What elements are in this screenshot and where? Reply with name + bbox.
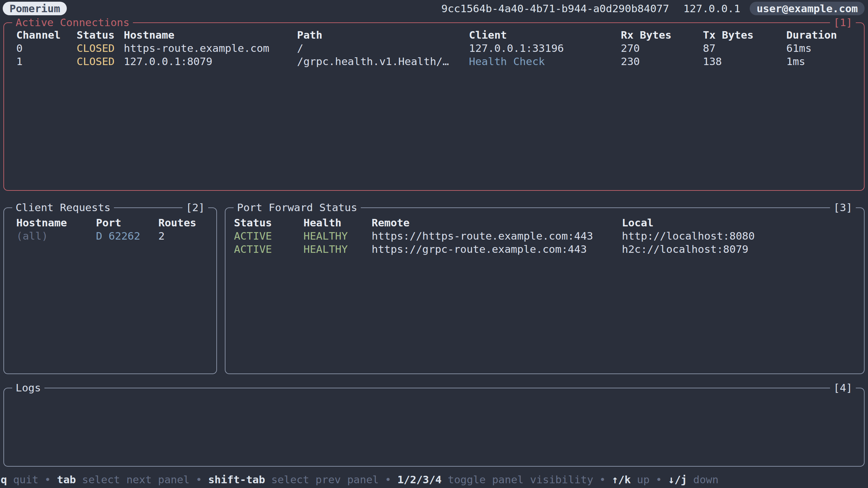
- cell-routes: 2: [158, 229, 165, 243]
- cell-tx-bytes: 138: [703, 55, 722, 68]
- connection-row[interactable]: 0 CLOSED https-route.example.com / 127.0…: [4, 42, 864, 55]
- bullet-separator: •: [656, 473, 662, 486]
- shortcut-key: tab: [57, 473, 76, 486]
- col-routes: Routes: [158, 216, 196, 229]
- request-row[interactable]: (all) D 62262 2: [4, 229, 216, 243]
- panel-hotkey-label: [4]: [830, 381, 856, 394]
- panel-hotkey-label: [1]: [830, 16, 856, 29]
- shortcut-desc: quit: [13, 473, 39, 486]
- col-status: Status: [77, 28, 115, 42]
- panel-logs[interactable]: Logs [4]: [3, 388, 865, 467]
- col-channel: Channel: [16, 28, 61, 42]
- cell-rx-bytes: 230: [621, 55, 640, 68]
- panel-hotkey-label: [3]: [830, 201, 856, 214]
- forward-row[interactable]: ACTIVE HEALTHY https://https-route.examp…: [225, 229, 864, 243]
- cell-status: CLOSED: [77, 42, 115, 55]
- forward-row[interactable]: ACTIVE HEALTHY https://grpc-route.exampl…: [225, 243, 864, 256]
- cell-status: ACTIVE: [234, 243, 272, 256]
- cell-client: Health Check: [469, 55, 545, 68]
- panel-title: Logs: [12, 381, 44, 394]
- forwards-header-row: Status Health Remote Local: [225, 216, 864, 229]
- cell-remote: https://grpc-route.example.com:443: [372, 243, 587, 256]
- panel-title: Port Forward Status: [234, 201, 361, 214]
- connections-header-row: Channel Status Hostname Path Client Rx B…: [4, 28, 864, 42]
- top-bar: Pomerium 9cc1564b-4a40-4b71-b944-a0d290b…: [0, 0, 868, 18]
- user-badge: user@example.com: [750, 2, 865, 15]
- top-bar-right: 9cc1564b-4a40-4b71-b944-a0d290b84077 127…: [441, 2, 865, 15]
- cell-status: ACTIVE: [234, 229, 272, 243]
- cell-hostname: (all): [16, 229, 48, 243]
- connection-row[interactable]: 1 CLOSED 127.0.0.1:8079 /grpc.health.v1.…: [4, 55, 864, 68]
- panel-title: Client Requests: [12, 201, 114, 214]
- panel-title: Active Connections: [12, 16, 133, 29]
- cell-port: D 62262: [96, 229, 140, 243]
- bullet-separator: •: [196, 473, 202, 486]
- bullet-separator: •: [385, 473, 391, 486]
- col-hostname: Hostname: [124, 28, 174, 42]
- col-hostname: Hostname: [16, 216, 67, 229]
- shortcut-desc: select next panel: [82, 473, 190, 486]
- col-status: Status: [234, 216, 272, 229]
- shortcut-key: ↓/j: [668, 473, 687, 486]
- col-remote: Remote: [372, 216, 410, 229]
- panel-port-forward-status[interactable]: Port Forward Status [3] Status Health Re…: [225, 207, 865, 374]
- col-health: Health: [303, 216, 341, 229]
- cell-health: HEALTHY: [303, 243, 348, 256]
- col-rx-bytes: Rx Bytes: [621, 28, 671, 42]
- bullet-separator: •: [44, 473, 51, 486]
- cell-client: 127.0.0.1:33196: [469, 42, 564, 55]
- cell-duration: 1ms: [786, 55, 805, 68]
- cell-local: h2c://localhost:8079: [622, 243, 748, 256]
- shortcut-key: q: [1, 473, 7, 486]
- cell-path: /grpc.health.v1.Health/…: [297, 55, 449, 68]
- cell-rx-bytes: 270: [621, 42, 640, 55]
- panel-hotkey-label: [2]: [182, 201, 208, 214]
- shortcut-key: shift-tab: [208, 473, 265, 486]
- shortcut-key: ↑/k: [612, 473, 631, 486]
- panel-active-connections[interactable]: Active Connections [1] Channel Status Ho…: [3, 22, 865, 191]
- cell-path: /: [297, 42, 303, 55]
- app-badge: Pomerium: [3, 2, 67, 15]
- session-id: 9cc1564b-4a40-4b71-b944-a0d290b84077: [441, 2, 669, 15]
- cell-health: HEALTHY: [303, 229, 348, 243]
- requests-header-row: Hostname Port Routes: [4, 216, 216, 229]
- shortcut-desc: select prev panel: [271, 473, 379, 486]
- shortcut-desc: toggle panel visibility: [448, 473, 593, 486]
- shortcut-key: 1/2/3/4: [397, 473, 442, 486]
- cell-duration: 61ms: [786, 42, 812, 55]
- col-duration: Duration: [786, 28, 837, 42]
- terminal-screen: Pomerium 9cc1564b-4a40-4b71-b944-a0d290b…: [0, 0, 868, 488]
- cell-remote: https://https-route.example.com:443: [372, 229, 593, 243]
- shortcut-bar: qquit • tabselect next panel • shift-tab…: [1, 472, 867, 487]
- col-local: Local: [622, 216, 653, 229]
- bullet-separator: •: [599, 473, 606, 486]
- cell-local: http://localhost:8080: [622, 229, 755, 243]
- cell-hostname: 127.0.0.1:8079: [124, 55, 212, 68]
- cell-status: CLOSED: [77, 55, 115, 68]
- cell-channel: 0: [16, 42, 23, 55]
- col-path: Path: [297, 28, 322, 42]
- col-port: Port: [96, 216, 121, 229]
- shortcut-desc: down: [693, 473, 718, 486]
- cell-channel: 1: [16, 55, 23, 68]
- panel-client-requests[interactable]: Client Requests [2] Hostname Port Routes…: [3, 207, 217, 374]
- host-address: 127.0.0.1: [683, 2, 740, 15]
- cell-hostname: https-route.example.com: [124, 42, 269, 55]
- col-client: Client: [469, 28, 507, 42]
- shortcut-desc: up: [637, 473, 649, 486]
- cell-tx-bytes: 87: [703, 42, 715, 55]
- col-tx-bytes: Tx Bytes: [703, 28, 753, 42]
